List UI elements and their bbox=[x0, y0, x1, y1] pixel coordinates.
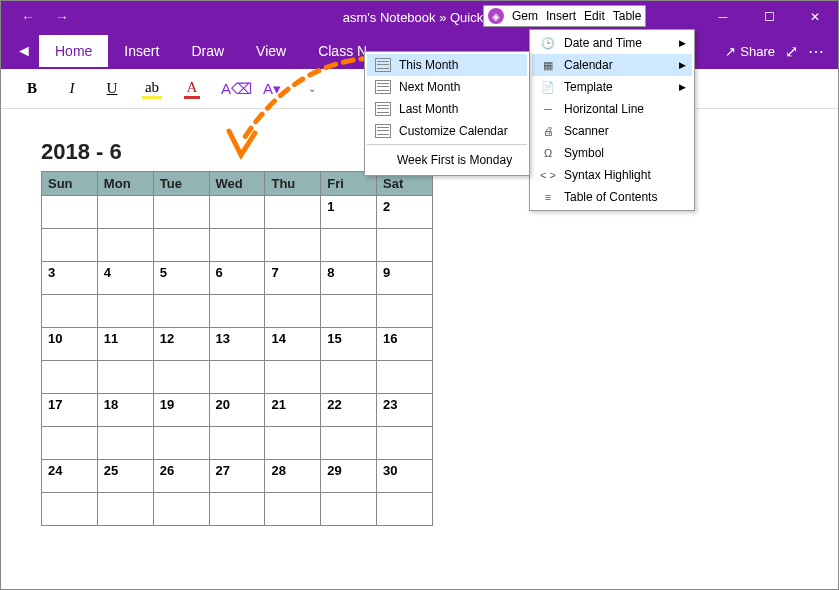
calendar-cell[interactable]: 9 bbox=[377, 262, 433, 295]
calendar-cell[interactable] bbox=[209, 427, 265, 460]
calendar-cell[interactable] bbox=[265, 295, 321, 328]
calendar-cell[interactable] bbox=[42, 361, 98, 394]
calendar-cell[interactable]: 4 bbox=[97, 262, 153, 295]
calendar-cell[interactable] bbox=[97, 427, 153, 460]
calendar-cell[interactable]: 20 bbox=[209, 394, 265, 427]
calendar-cell[interactable]: 13 bbox=[209, 328, 265, 361]
calendar-cell[interactable] bbox=[377, 361, 433, 394]
highlight-button[interactable]: ab bbox=[141, 78, 163, 99]
calendar-cell[interactable] bbox=[97, 229, 153, 262]
calendar-cell[interactable]: 12 bbox=[153, 328, 209, 361]
calendar-cell[interactable] bbox=[377, 427, 433, 460]
calendar-cell[interactable] bbox=[153, 493, 209, 526]
calendar-cell[interactable] bbox=[321, 361, 377, 394]
calendar-cell[interactable]: 8 bbox=[321, 262, 377, 295]
calendar-cell[interactable] bbox=[377, 229, 433, 262]
calendar-cell[interactable] bbox=[321, 493, 377, 526]
menu-item[interactable]: ─Horizontal Line bbox=[532, 98, 692, 120]
fullscreen-icon[interactable]: ⤢ bbox=[785, 42, 798, 61]
tab-home[interactable]: Home bbox=[39, 35, 108, 67]
italic-button[interactable]: I bbox=[61, 80, 83, 97]
calendar-cell[interactable]: 5 bbox=[153, 262, 209, 295]
calendar-cell[interactable]: 17 bbox=[42, 394, 98, 427]
calendar-cell[interactable]: 27 bbox=[209, 460, 265, 493]
calendar-cell[interactable]: 1 bbox=[321, 196, 377, 229]
calendar-cell[interactable]: 24 bbox=[42, 460, 98, 493]
calendar-cell[interactable] bbox=[209, 295, 265, 328]
calendar-cell[interactable]: 14 bbox=[265, 328, 321, 361]
calendar-cell[interactable]: 25 bbox=[97, 460, 153, 493]
calendar-cell[interactable]: 6 bbox=[209, 262, 265, 295]
menu-item[interactable]: < >Syntax Highlight bbox=[532, 164, 692, 186]
menu-item[interactable]: 🖨Scanner bbox=[532, 120, 692, 142]
tab-draw[interactable]: Draw bbox=[175, 35, 240, 67]
calendar-cell[interactable]: 2 bbox=[377, 196, 433, 229]
submenu-footer[interactable]: Week First is Monday bbox=[367, 147, 527, 173]
fontcolor-button[interactable]: A bbox=[181, 78, 203, 99]
calendar-cell[interactable] bbox=[265, 196, 321, 229]
calendar-cell[interactable]: 11 bbox=[97, 328, 153, 361]
calendar-cell[interactable] bbox=[42, 196, 98, 229]
styles-button[interactable]: A▾ bbox=[261, 80, 283, 98]
gem-menu-edit[interactable]: Edit bbox=[584, 9, 605, 23]
gem-menu-table[interactable]: Table bbox=[613, 9, 642, 23]
calendar-cell[interactable] bbox=[265, 427, 321, 460]
calendar-cell[interactable] bbox=[265, 361, 321, 394]
calendar-cell[interactable] bbox=[42, 493, 98, 526]
calendar-cell[interactable]: 29 bbox=[321, 460, 377, 493]
calendar-cell[interactable] bbox=[209, 196, 265, 229]
nav-fwd[interactable]: → bbox=[55, 9, 69, 25]
calendar-cell[interactable] bbox=[42, 229, 98, 262]
calendar-cell[interactable] bbox=[97, 196, 153, 229]
close-button[interactable]: ✕ bbox=[792, 1, 838, 33]
tab-view[interactable]: View bbox=[240, 35, 302, 67]
menu-item[interactable]: ▦Calendar▶ bbox=[532, 54, 692, 76]
calendar-cell[interactable] bbox=[209, 493, 265, 526]
calendar-cell[interactable]: 26 bbox=[153, 460, 209, 493]
calendar-cell[interactable] bbox=[321, 295, 377, 328]
calendar-cell[interactable] bbox=[97, 295, 153, 328]
calendar-cell[interactable] bbox=[377, 493, 433, 526]
calendar-cell[interactable] bbox=[153, 196, 209, 229]
nav-back[interactable]: ← bbox=[21, 9, 35, 25]
underline-button[interactable]: U bbox=[101, 80, 123, 97]
calendar-cell[interactable]: 30 bbox=[377, 460, 433, 493]
calendar-cell[interactable] bbox=[265, 493, 321, 526]
clearformat-button[interactable]: A⌫ bbox=[221, 80, 243, 98]
calendar-cell[interactable]: 7 bbox=[265, 262, 321, 295]
minimize-button[interactable]: ─ bbox=[700, 1, 746, 33]
calendar-cell[interactable] bbox=[97, 493, 153, 526]
calendar-cell[interactable]: 16 bbox=[377, 328, 433, 361]
tab-insert[interactable]: Insert bbox=[108, 35, 175, 67]
calendar-cell[interactable] bbox=[209, 361, 265, 394]
menu-item[interactable]: ≡Table of Contents bbox=[532, 186, 692, 208]
calendar-cell[interactable]: 10 bbox=[42, 328, 98, 361]
bold-button[interactable]: B bbox=[21, 80, 43, 97]
calendar-cell[interactable]: 22 bbox=[321, 394, 377, 427]
calendar-cell[interactable] bbox=[209, 229, 265, 262]
menu-item[interactable]: 🕒Date and Time▶ bbox=[532, 32, 692, 54]
calendar-cell[interactable] bbox=[153, 427, 209, 460]
menu-item[interactable]: 📄Template▶ bbox=[532, 76, 692, 98]
calendar-cell[interactable]: 15 bbox=[321, 328, 377, 361]
calendar-cell[interactable] bbox=[153, 295, 209, 328]
calendar-cell[interactable] bbox=[265, 229, 321, 262]
ribbon-back[interactable]: ◄ bbox=[9, 42, 39, 60]
calendar-cell[interactable] bbox=[377, 295, 433, 328]
submenu-item[interactable]: Customize Calendar bbox=[367, 120, 527, 142]
toolbar-chevron[interactable]: ⌄ bbox=[301, 83, 323, 94]
calendar-cell[interactable]: 21 bbox=[265, 394, 321, 427]
calendar-cell[interactable] bbox=[97, 361, 153, 394]
calendar-cell[interactable] bbox=[42, 295, 98, 328]
calendar-cell[interactable]: 19 bbox=[153, 394, 209, 427]
menu-item[interactable]: ΩSymbol bbox=[532, 142, 692, 164]
calendar-cell[interactable]: 3 bbox=[42, 262, 98, 295]
calendar-cell[interactable] bbox=[321, 427, 377, 460]
calendar-cell[interactable]: 28 bbox=[265, 460, 321, 493]
calendar-cell[interactable] bbox=[42, 427, 98, 460]
submenu-item[interactable]: Next Month bbox=[367, 76, 527, 98]
gem-menu-gem[interactable]: Gem bbox=[512, 9, 538, 23]
calendar-cell[interactable] bbox=[321, 229, 377, 262]
submenu-item[interactable]: This Month bbox=[367, 54, 527, 76]
calendar-cell[interactable] bbox=[153, 361, 209, 394]
